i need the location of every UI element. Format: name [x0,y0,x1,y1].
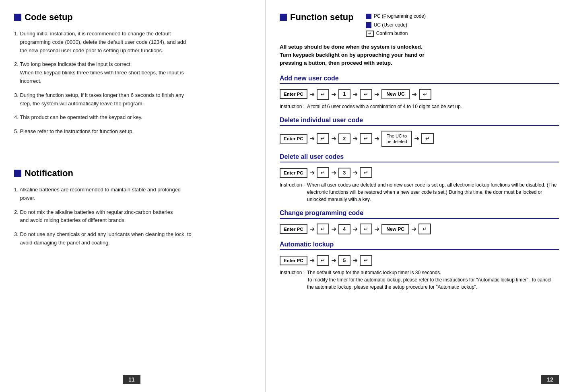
blue-square-icon [14,14,21,21]
function-header: Function setup PC (Programming code) UC … [280,12,559,38]
add-uc-arrow-2: ➜ [331,90,336,98]
legend-pc: PC (Programming code) [366,12,426,21]
change-pc-title: Change programming code [280,209,559,219]
add-uc-confirm-3: ↵ [419,89,431,100]
legend: PC (Programming code) UC (User code) ↵ C… [366,12,426,38]
change-pc-flow: Enter PC ➜ ↵ ➜ 4 ➜ ↵ ➜ New PC ➜ ↵ [280,224,559,234]
code-setup-p3: 3. During the function setup, if it take… [14,91,253,108]
chg-pc-confirm-1: ↵ [317,224,329,234]
chg-pc-4: 4 [338,224,351,234]
blue-square-icon-3 [280,14,287,21]
chg-pc-arrow-5: ➜ [411,225,416,233]
del-ind-enter-pc: Enter PC [280,134,307,144]
chg-pc-new-pc: New PC [381,224,409,234]
notification-title: Notification [14,168,253,179]
chg-pc-arrow-1: ➜ [309,225,315,233]
notif-p3: 3. Do not use any chemicals or add any l… [14,230,253,247]
legend-uc: UC (User code) [366,21,426,30]
left-page: Code setup 1. During initial installatio… [0,0,266,392]
del-ind-arrow-5: ➜ [414,135,419,142]
del-ind-arrow-4: ➜ [374,135,379,142]
del-ind-arrow-3: ➜ [352,135,358,142]
auto-confirm-1: ↵ [317,255,329,266]
del-ind-confirm-3: ↵ [421,133,434,144]
add-uc-enter-pc: Enter PC [280,89,307,99]
blue-square-icon-2 [14,170,21,177]
del-all-confirm-1: ↵ [317,167,329,178]
del-ind-confirm-1: ↵ [317,133,329,144]
chg-pc-confirm-3: ↵ [418,224,431,234]
del-all-arrow-2: ➜ [331,169,336,177]
add-uc-1: 1 [338,89,351,99]
add-uc-arrow-4: ➜ [374,90,379,98]
legend-confirm: ↵ Confirm button [366,29,426,38]
del-ind-uc: The UC tobe deleted [381,131,412,147]
code-setup-p2: 2. Two long beeps indicate that the inpu… [14,60,253,85]
notif-p2: 2. Do not mix the alkaline batteries wit… [14,208,253,225]
delete-all-title: Delete all user codes [280,153,559,162]
auto-confirm-2: ↵ [360,255,372,266]
add-uc-arrow-1: ➜ [309,90,315,98]
right-page: Function setup PC (Programming code) UC … [266,0,571,392]
code-setup-p5: 5. Please refer to the instructions for … [14,127,253,136]
auto-arrow-2: ➜ [331,257,336,264]
auto-lockup-title: Automatic lockup [280,241,559,250]
auto-5: 5 [338,255,351,266]
chg-pc-arrow-2: ➜ [331,225,336,233]
chg-pc-arrow-4: ➜ [374,225,379,233]
del-all-arrow-3: ➜ [352,169,358,177]
intro-text: All setup should be done when the system… [280,43,559,68]
del-all-enter-pc: Enter PC [280,168,307,178]
page-number-right: 12 [541,375,559,384]
chg-pc-enter-pc: Enter PC [280,224,307,234]
page-wrapper: Code setup 1. During initial installatio… [0,0,571,392]
chg-pc-confirm-2: ↵ [360,224,372,234]
chg-pc-arrow-3: ➜ [352,225,358,233]
code-setup-p1: 1. During initial installation, it is re… [14,30,253,55]
add-uc-flow: Enter PC ➜ ↵ ➜ 1 ➜ ↵ ➜ New UC ➜ ↵ [280,89,559,100]
del-ind-confirm-2: ↵ [360,133,372,144]
notif-p1: 1. Alkaline batteries are recommended to… [14,186,253,203]
auto-enter-pc: Enter PC [280,256,307,265]
del-all-arrow-1: ➜ [309,169,315,177]
add-uc-arrow-3: ➜ [352,90,358,98]
del-all-confirm-2: ↵ [360,167,372,178]
del-ind-arrow-2: ➜ [331,135,336,142]
legend-confirm-box: ↵ [366,31,374,37]
del-ind-arrow-1: ➜ [309,135,315,142]
code-setup-p4: 4. This product can be operated with the… [14,113,253,122]
notification-section: Notification 1. Alkaline batteries are r… [14,168,253,247]
function-title: Function setup [280,12,354,23]
add-uc-confirm-2: ↵ [360,89,372,100]
legend-pc-box [366,14,371,19]
auto-arrow-1: ➜ [309,257,315,264]
delete-individual-flow: Enter PC ➜ ↵ ➜ 2 ➜ ↵ ➜ The UC tobe delet… [280,131,559,147]
add-uc-confirm-1: ↵ [317,89,329,100]
del-all-3: 3 [338,168,351,178]
add-uc-instruction: Instruction : A total of 6 user codes wi… [280,103,559,110]
delete-individual-title: Delete individual user code [280,117,559,126]
code-setup-title: Code setup [14,12,253,23]
auto-arrow-3: ➜ [352,257,358,264]
legend-uc-box [366,22,371,28]
add-uc-arrow-5: ➜ [412,90,417,98]
notification-content: 1. Alkaline batteries are recommended to… [14,186,253,247]
delete-all-instruction: Instruction : When all user codes are de… [280,181,559,203]
page-number-left: 11 [123,375,140,384]
auto-lockup-instruction: Instruction : The default setup for the … [280,269,559,291]
del-ind-2: 2 [338,133,351,144]
add-uc-title: Add new user code [280,75,559,84]
delete-all-flow: Enter PC ➜ ↵ ➜ 3 ➜ ↵ [280,167,559,178]
code-setup-content: 1. During initial installation, it is re… [14,30,253,136]
auto-lockup-flow: Enter PC ➜ ↵ ➜ 5 ➜ ↵ [280,255,559,266]
add-uc-new-uc: New UC [381,89,409,99]
